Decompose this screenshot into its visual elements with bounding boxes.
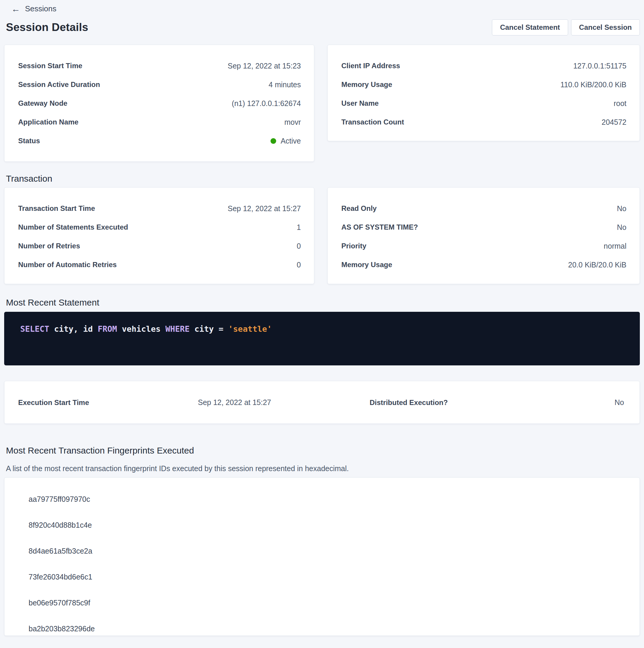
session-summary-cards: Session Start Time Sep 12, 2022 at 15:23…	[4, 45, 640, 162]
status-value: Active	[281, 136, 301, 146]
read-only-label: Read Only	[341, 204, 377, 213]
txn-memory-usage-label: Memory Usage	[341, 260, 392, 270]
table-row: Transaction Start Time Sep 12, 2022 at 1…	[18, 204, 301, 222]
memory-usage-label: Memory Usage	[341, 80, 392, 89]
session-start-time-value: Sep 12, 2022 at 15:23	[228, 61, 301, 70]
table-row: Session Start Time Sep 12, 2022 at 15:23	[18, 61, 301, 80]
fingerprints-card: aa79775ff097970c 8f920c40d88b1c4e 8d4ae6…	[4, 477, 640, 636]
client-info-card: Client IP Address 127.0.0.1:51175 Memory…	[327, 45, 640, 141]
session-active-duration-value: 4 minutes	[269, 80, 301, 89]
table-row: Status Active	[18, 136, 301, 155]
sql-operator: =	[219, 324, 224, 333]
sql-keyword-where: WHERE	[166, 324, 189, 333]
read-only-value: No	[617, 204, 627, 213]
automatic-retries-label: Number of Automatic Retries	[18, 260, 117, 270]
list-item: 73fe26034bd6e6c1	[28, 572, 626, 581]
transaction-section-heading: Transaction	[6, 172, 640, 185]
page-title: Session Details	[6, 21, 89, 34]
table-row: Priority normal	[341, 241, 627, 260]
txn-memory-usage-value: 20.0 KiB/20.0 KiB	[568, 260, 627, 270]
sql-statement-box: SELECT city, id FROM vehicles WHERE city…	[4, 312, 640, 365]
as-of-system-time-label: AS OF SYSTEM TIME?	[341, 222, 418, 232]
priority-label: Priority	[341, 241, 366, 251]
transaction-props-card: Read Only No AS OF SYSTEM TIME? No Prior…	[327, 187, 640, 284]
session-active-duration-label: Session Active Duration	[18, 80, 100, 89]
application-name-label: Application Name	[18, 117, 78, 127]
list-item: 8f920c40d88b1c4e	[28, 521, 626, 530]
sql-keyword-select: SELECT	[20, 324, 49, 333]
status-active-dot-icon	[271, 138, 276, 144]
fingerprints-description: A list of the most recent transaction fi…	[6, 464, 640, 473]
client-ip-value: 127.0.0.1:51175	[573, 61, 627, 70]
sql-table: vehicles	[122, 324, 160, 333]
distributed-execution-value: No	[614, 398, 624, 407]
back-arrow-icon[interactable]: ←	[11, 4, 20, 13]
automatic-retries-value: 0	[297, 260, 301, 270]
user-name-label: User Name	[341, 99, 378, 108]
list-item: aa79775ff097970c	[28, 495, 626, 503]
cancel-statement-button[interactable]: Cancel Statement	[492, 19, 568, 36]
client-ip-label: Client IP Address	[341, 61, 400, 70]
header-actions: Cancel Statement Cancel Session	[492, 19, 640, 36]
table-row: Application Name movr	[18, 117, 301, 136]
transaction-start-time-label: Transaction Start Time	[18, 204, 95, 213]
list-item: ba2b203b823296de	[28, 624, 626, 633]
table-row: Number of Automatic Retries 0	[18, 260, 301, 279]
breadcrumb[interactable]: ← Sessions	[11, 4, 57, 13]
sql-columns: city, id	[54, 324, 93, 333]
execution-start-time-value: Sep 12, 2022 at 15:27	[198, 398, 271, 407]
status-label: Status	[18, 136, 40, 146]
session-details-page: ← Sessions Session Details Cancel Statem…	[0, 4, 644, 636]
table-row: Execution Start Time Sep 12, 2022 at 15:…	[4, 398, 322, 407]
transaction-count-value: 204572	[602, 117, 627, 127]
table-row: Memory Usage 20.0 KiB/20.0 KiB	[341, 260, 627, 279]
page-header: Session Details Cancel Statement Cancel …	[4, 19, 640, 36]
list-item: be06e9570f785c9f	[28, 598, 626, 607]
table-row: Distributed Execution? No	[322, 398, 640, 407]
sql-string-literal: 'seattle'	[228, 324, 272, 333]
user-name-value: root	[613, 99, 627, 108]
application-name-value: movr	[284, 117, 301, 127]
table-row: Session Active Duration 4 minutes	[18, 80, 301, 99]
table-row: Transaction Count 204572	[341, 117, 627, 136]
gateway-node-link[interactable]: (n1) 127.0.0.1:62674	[232, 99, 301, 108]
sql-where-column: city	[194, 324, 214, 333]
table-row: Number of Retries 0	[18, 241, 301, 260]
session-info-card: Session Start Time Sep 12, 2022 at 15:23…	[4, 45, 314, 162]
breadcrumb-sessions-link[interactable]: Sessions	[25, 4, 57, 13]
table-row: Number of Statements Executed 1	[18, 222, 301, 241]
statements-executed-label: Number of Statements Executed	[18, 222, 128, 232]
transaction-info-card: Transaction Start Time Sep 12, 2022 at 1…	[4, 187, 314, 284]
transaction-start-time-value: Sep 12, 2022 at 15:27	[228, 204, 301, 213]
gateway-node-label: Gateway Node	[18, 99, 67, 108]
table-row: Read Only No	[341, 204, 627, 222]
transaction-count-label: Transaction Count	[341, 117, 404, 127]
table-row: AS OF SYSTEM TIME? No	[341, 222, 627, 241]
priority-value: normal	[604, 241, 627, 251]
table-row: Memory Usage 110.0 KiB/200.0 KiB	[341, 80, 627, 99]
sql-keyword-from: FROM	[98, 324, 117, 333]
retries-value: 0	[297, 241, 301, 251]
memory-usage-value: 110.0 KiB/200.0 KiB	[561, 80, 627, 89]
transaction-cards: Transaction Start Time Sep 12, 2022 at 1…	[4, 187, 640, 284]
list-item: 8d4ae61a5fb3ce2a	[28, 546, 626, 555]
statements-executed-value: 1	[297, 222, 301, 232]
execution-info-card: Execution Start Time Sep 12, 2022 at 15:…	[4, 381, 640, 424]
distributed-execution-label: Distributed Execution?	[370, 398, 448, 407]
execution-start-time-label: Execution Start Time	[18, 398, 89, 407]
fingerprints-section-heading: Most Recent Transaction Fingerprints Exe…	[6, 444, 640, 457]
table-row: User Name root	[341, 99, 627, 117]
most-recent-statement-heading: Most Recent Statement	[6, 296, 640, 309]
session-start-time-label: Session Start Time	[18, 61, 82, 70]
cancel-session-button[interactable]: Cancel Session	[571, 19, 640, 36]
retries-label: Number of Retries	[18, 241, 80, 251]
status-badge: Active	[271, 136, 301, 146]
table-row: Client IP Address 127.0.0.1:51175	[341, 61, 627, 80]
as-of-system-time-value: No	[617, 222, 627, 232]
table-row: Gateway Node (n1) 127.0.0.1:62674	[18, 99, 301, 117]
